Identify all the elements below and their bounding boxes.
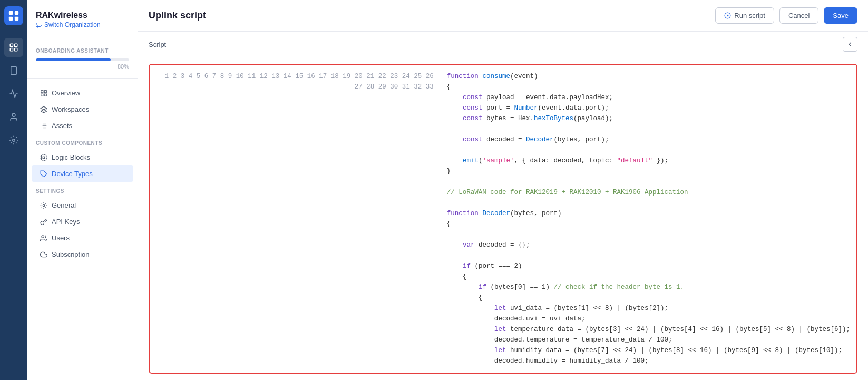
users-icon xyxy=(40,235,47,242)
svg-rect-0 xyxy=(9,11,13,15)
icon-bar-flow[interactable] xyxy=(4,84,23,103)
sidebar-brand: RAKwireless Switch Organization xyxy=(27,8,138,37)
line-numbers: 1 2 3 4 5 6 7 8 9 10 11 12 13 14 15 16 1… xyxy=(150,65,438,373)
progress-bar-background xyxy=(36,58,129,61)
svg-rect-14 xyxy=(41,94,43,96)
sidebar-item-logic-blocks[interactable]: Logic Blocks xyxy=(32,149,133,165)
progress-bar-fill xyxy=(36,58,111,61)
svg-marker-37 xyxy=(727,14,729,16)
app-logo[interactable] xyxy=(4,6,23,25)
settings-icon xyxy=(40,202,47,209)
cloud-icon xyxy=(40,251,47,258)
sidebar-item-label: Users xyxy=(52,234,70,242)
custom-components-label: Custom Components xyxy=(27,134,138,149)
sidebar-item-general[interactable]: General xyxy=(32,197,133,213)
sidebar-item-label: API Keys xyxy=(52,218,80,226)
code-editor[interactable]: 1 2 3 4 5 6 7 8 9 10 11 12 13 14 15 16 1… xyxy=(149,64,857,374)
main-content: Uplink script Run script Cancel Save Scr… xyxy=(138,0,868,380)
code-area: 1 2 3 4 5 6 7 8 9 10 11 12 13 14 15 16 1… xyxy=(138,57,868,380)
settings-label: Settings xyxy=(27,182,138,197)
grid-icon xyxy=(40,90,47,97)
chevron-left-icon xyxy=(846,41,854,48)
svg-point-11 xyxy=(13,139,15,142)
icon-bar-user[interactable] xyxy=(4,108,23,126)
svg-rect-13 xyxy=(44,90,46,92)
onboarding-label: Onboarding Assistant xyxy=(36,48,129,54)
sidebar-item-label: Overview xyxy=(52,89,80,97)
sidebar-item-label: Logic Blocks xyxy=(52,153,90,161)
list-icon xyxy=(40,122,47,130)
run-script-label: Run script xyxy=(734,12,765,20)
page-title: Uplink script xyxy=(149,10,206,21)
switch-org-button[interactable]: Switch Organization xyxy=(36,21,129,28)
code-content[interactable]: function consume(event) { const payload … xyxy=(438,65,856,373)
sidebar-item-workspaces[interactable]: Workspaces xyxy=(32,101,133,118)
collapse-button[interactable] xyxy=(843,37,857,52)
svg-rect-6 xyxy=(10,48,13,51)
page-header: Uplink script Run script Cancel Save xyxy=(138,0,868,32)
run-script-button[interactable]: Run script xyxy=(715,7,774,24)
script-header: Script xyxy=(138,32,868,57)
sidebar-item-users[interactable]: Users xyxy=(32,230,133,246)
sidebar-item-label: Assets xyxy=(52,122,72,130)
svg-point-10 xyxy=(12,113,15,116)
svg-rect-24 xyxy=(43,157,45,159)
cancel-button[interactable]: Cancel xyxy=(779,7,818,24)
sidebar-item-label: Workspaces xyxy=(52,105,89,113)
sidebar-item-assets[interactable]: Assets xyxy=(32,118,133,134)
svg-rect-15 xyxy=(44,94,46,96)
svg-rect-5 xyxy=(15,44,17,46)
svg-marker-16 xyxy=(41,106,47,110)
tag-icon xyxy=(40,170,47,178)
progress-label: 80% xyxy=(36,63,129,70)
sidebar-item-overview[interactable]: Overview xyxy=(32,85,133,101)
svg-point-34 xyxy=(43,204,45,207)
svg-rect-2 xyxy=(9,17,13,21)
svg-rect-3 xyxy=(15,17,18,21)
onboarding-section: Onboarding Assistant 80% xyxy=(27,44,138,79)
cpu-icon xyxy=(40,154,47,161)
icon-bar-settings[interactable] xyxy=(4,131,23,150)
svg-point-35 xyxy=(42,235,44,238)
svg-rect-12 xyxy=(41,90,43,92)
sidebar-item-api-keys[interactable]: API Keys xyxy=(32,213,133,230)
icon-bar xyxy=(0,0,27,380)
svg-rect-8 xyxy=(11,67,17,75)
brand-name: RAKwireless xyxy=(36,11,129,20)
icon-bar-home[interactable] xyxy=(4,38,23,57)
svg-rect-1 xyxy=(15,11,18,15)
header-actions: Run script Cancel Save xyxy=(715,7,857,24)
save-button[interactable]: Save xyxy=(824,7,857,24)
script-container: Script 1 2 3 4 5 6 7 8 9 10 11 12 13 14 … xyxy=(138,32,868,380)
svg-rect-23 xyxy=(41,155,46,160)
sidebar-item-device-types[interactable]: Device Types xyxy=(32,165,133,182)
layers-icon xyxy=(40,106,47,113)
sidebar: RAKwireless Switch Organization Onboardi… xyxy=(27,0,138,380)
svg-rect-7 xyxy=(15,48,17,51)
switch-org-label: Switch Organization xyxy=(44,21,101,28)
sidebar-item-label: General xyxy=(52,201,76,209)
sidebar-item-subscription[interactable]: Subscription xyxy=(32,246,133,262)
play-icon xyxy=(724,12,731,19)
sidebar-item-label: Subscription xyxy=(52,250,90,258)
key-icon xyxy=(40,218,47,226)
icon-bar-device[interactable] xyxy=(4,61,23,80)
svg-rect-4 xyxy=(10,44,13,46)
sidebar-item-label: Device Types xyxy=(52,170,93,178)
script-label: Script xyxy=(149,41,166,48)
